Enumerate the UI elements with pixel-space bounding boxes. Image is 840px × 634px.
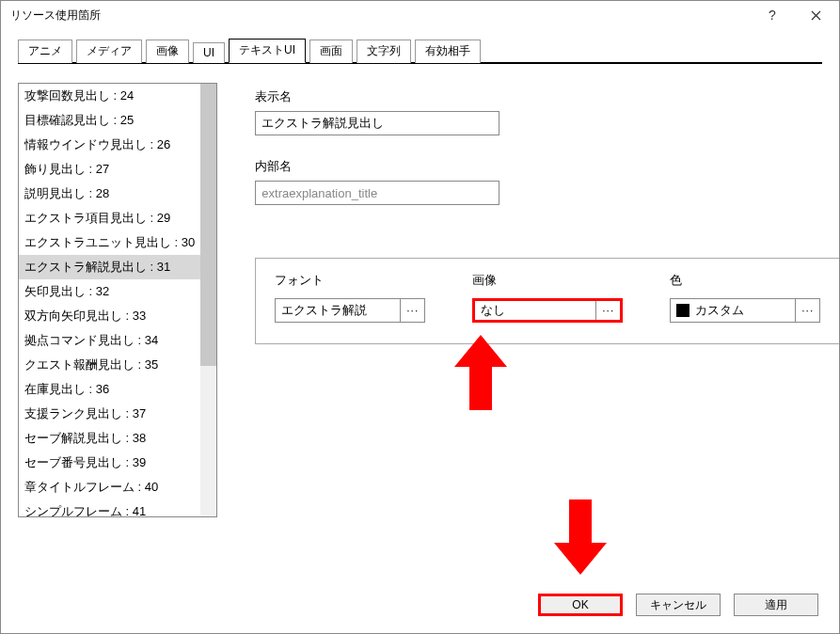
list-item[interactable]: クエスト報酬見出し : 35 bbox=[19, 353, 200, 377]
window-title: リソース使用箇所 bbox=[10, 8, 751, 24]
list-item[interactable]: 飾り見出し : 27 bbox=[19, 157, 200, 182]
list-box: 攻撃回数見出し : 24目標確認見出し : 25情報ウインドウ見出し : 26飾… bbox=[18, 83, 217, 517]
tab-0[interactable]: アニメ bbox=[18, 40, 72, 63]
scroll-thumb[interactable] bbox=[200, 84, 216, 366]
list-item[interactable]: エクストラ解説見出し : 31 bbox=[19, 255, 200, 279]
list-item[interactable]: 矢印見出し : 32 bbox=[19, 279, 200, 304]
help-button[interactable]: ? bbox=[751, 1, 794, 29]
list-item[interactable]: エクストラユニット見出し : 30 bbox=[19, 230, 200, 255]
list-item[interactable]: エクストラ項目見出し : 29 bbox=[19, 206, 200, 230]
font-more-button[interactable]: ··· bbox=[400, 299, 424, 322]
display-name-input[interactable] bbox=[255, 111, 499, 135]
tab-2[interactable]: 画像 bbox=[146, 40, 189, 63]
cancel-button[interactable]: キャンセル bbox=[636, 594, 721, 616]
color-value: カスタム bbox=[671, 302, 795, 319]
list-item[interactable]: 在庫見出し : 36 bbox=[19, 377, 200, 402]
scrollbar[interactable] bbox=[200, 84, 216, 516]
tab-1[interactable]: メディア bbox=[76, 40, 142, 63]
image-more-button[interactable]: ··· bbox=[595, 301, 620, 320]
color-value-text: カスタム bbox=[695, 302, 744, 319]
titlebar: リソース使用箇所 ? bbox=[1, 1, 839, 29]
tab-4[interactable]: テキストUI bbox=[229, 39, 306, 63]
list-item[interactable]: 章タイトルフレーム : 40 bbox=[19, 475, 200, 499]
color-swatch bbox=[676, 304, 689, 317]
image-picker[interactable]: なし ··· bbox=[472, 298, 623, 323]
property-group: フォント エクストラ解説 ··· 画像 なし ··· 色 bbox=[255, 258, 840, 344]
internal-name-label: 内部名 bbox=[255, 158, 840, 175]
tab-3[interactable]: UI bbox=[193, 42, 225, 63]
ok-button[interactable]: OK bbox=[538, 594, 623, 616]
apply-button[interactable]: 適用 bbox=[734, 594, 818, 616]
font-value: エクストラ解説 bbox=[276, 302, 400, 319]
font-picker[interactable]: エクストラ解説 ··· bbox=[275, 298, 425, 323]
display-name-label: 表示名 bbox=[255, 88, 840, 105]
list-item[interactable]: シンプルフレーム : 41 bbox=[19, 499, 200, 516]
list-item[interactable]: 支援ランク見出し : 37 bbox=[19, 402, 200, 426]
color-more-button[interactable]: ··· bbox=[795, 299, 819, 322]
tab-6[interactable]: 文字列 bbox=[357, 40, 411, 63]
list[interactable]: 攻撃回数見出し : 24目標確認見出し : 25情報ウインドウ見出し : 26飾… bbox=[19, 84, 200, 516]
tab-7[interactable]: 有効相手 bbox=[415, 40, 481, 63]
tab-bar: アニメメディア画像UIテキストUI画面文字列有効相手 bbox=[18, 39, 822, 63]
list-item[interactable]: 目標確認見出し : 25 bbox=[19, 108, 200, 133]
color-picker[interactable]: カスタム ··· bbox=[670, 298, 820, 323]
color-label: 色 bbox=[670, 272, 820, 289]
image-label: 画像 bbox=[472, 272, 623, 289]
list-item[interactable]: 拠点コマンド見出し : 34 bbox=[19, 328, 200, 353]
image-value: なし bbox=[475, 302, 595, 319]
close-button[interactable] bbox=[794, 1, 837, 29]
close-icon bbox=[811, 10, 821, 21]
font-label: フォント bbox=[275, 272, 425, 289]
list-item[interactable]: 攻撃回数見出し : 24 bbox=[19, 84, 200, 108]
list-item[interactable]: 情報ウインドウ見出し : 26 bbox=[19, 133, 200, 157]
list-item[interactable]: セーブ解説見出し : 38 bbox=[19, 426, 200, 451]
internal-name-input bbox=[255, 181, 499, 205]
list-item[interactable]: セーブ番号見出し : 39 bbox=[19, 451, 200, 475]
tab-5[interactable]: 画面 bbox=[309, 40, 353, 63]
list-item[interactable]: 双方向矢印見出し : 33 bbox=[19, 304, 200, 328]
list-item[interactable]: 説明見出し : 28 bbox=[19, 182, 200, 206]
